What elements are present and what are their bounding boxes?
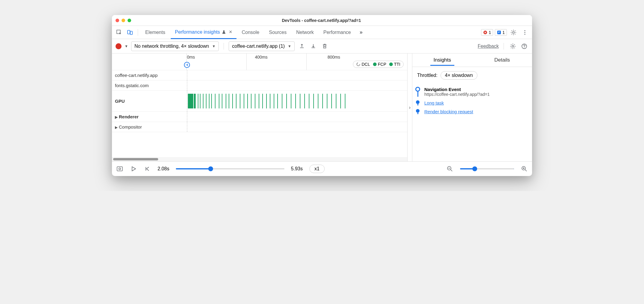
- event-render-blocking[interactable]: Render blocking request: [415, 107, 529, 116]
- track-network-2[interactable]: fonts.gstatic.com: [112, 81, 407, 91]
- badge-count: 1: [489, 30, 491, 35]
- tab-details[interactable]: Details: [472, 53, 532, 67]
- playback-slider[interactable]: [176, 168, 284, 169]
- time-ruler[interactable]: 0ms 400ms 800ms DCL FCP TTI: [112, 53, 407, 70]
- device-toggle-icon[interactable]: [125, 28, 135, 37]
- tab-insights[interactable]: Insights: [412, 53, 472, 67]
- record-menu-icon[interactable]: ▼: [125, 44, 128, 48]
- dot-icon: [389, 62, 393, 66]
- chevron-down-icon: ▼: [288, 44, 291, 48]
- inspect-icon[interactable]: [114, 28, 124, 37]
- import-icon[interactable]: [309, 42, 317, 50]
- panel-collapse-icon[interactable]: ›: [407, 53, 412, 161]
- metric-markers: DCL FCP TTI: [353, 61, 404, 68]
- event-url: https://coffee-cart.netlify.app/?ad=1: [424, 92, 529, 97]
- svg-point-7: [524, 32, 525, 33]
- event-title: Navigation Event: [424, 87, 529, 92]
- metric-fcp[interactable]: FCP: [373, 62, 386, 67]
- event-dot-icon: [416, 100, 420, 104]
- skip-back-icon[interactable]: [144, 165, 151, 172]
- badge-count: 1: [502, 30, 505, 35]
- event-navigation[interactable]: Navigation Event https://coffee-cart.net…: [415, 85, 529, 99]
- maximize-icon[interactable]: [128, 19, 131, 22]
- errors-badge[interactable]: 1: [481, 29, 493, 36]
- select-value: coffee-cart.netlify.app (1): [232, 44, 285, 49]
- record-button[interactable]: [116, 43, 122, 49]
- settings-icon[interactable]: [509, 28, 518, 37]
- tab-label: Sources: [269, 30, 287, 35]
- export-icon[interactable]: [298, 42, 306, 50]
- kebab-menu-icon[interactable]: [520, 28, 530, 37]
- track-compositor[interactable]: ▶Compositor: [112, 122, 407, 132]
- track-renderer[interactable]: ▶Renderer: [112, 112, 407, 122]
- gpu-activity: [187, 91, 407, 111]
- minimize-icon[interactable]: [122, 19, 125, 22]
- recording-select[interactable]: coffee-cart.netlify.app (1) ▼: [229, 41, 294, 51]
- tabbar: Elements Performance insights × Console …: [112, 26, 532, 39]
- metric-tti[interactable]: TTI: [389, 62, 400, 67]
- ruler-tick-label: 800ms: [327, 55, 340, 59]
- event-long-task[interactable]: Long task: [415, 99, 529, 107]
- speed-pill[interactable]: x1: [309, 165, 325, 173]
- scrollbar-thumb[interactable]: [113, 158, 158, 160]
- tab-performance-insights[interactable]: Performance insights ×: [171, 26, 236, 39]
- zoom-out-icon[interactable]: [446, 165, 453, 172]
- throttling-select[interactable]: No network throttling, 4× slowdown ▼: [131, 41, 219, 51]
- svg-point-5: [513, 32, 514, 33]
- chevron-down-icon: ▼: [212, 44, 215, 48]
- track-label: fonts.gstatic.com: [115, 83, 187, 88]
- tab-label: Performance insights: [175, 29, 220, 35]
- tab-label: Console: [242, 30, 260, 35]
- tab-network[interactable]: Network: [292, 26, 318, 39]
- metric-label: DCL: [362, 62, 370, 67]
- delete-icon[interactable]: [320, 42, 329, 50]
- loading-icon: [356, 62, 360, 66]
- traffic-lights: [116, 19, 131, 22]
- close-icon[interactable]: ×: [229, 29, 232, 35]
- svg-rect-1: [128, 30, 130, 34]
- select-value: No network throttling, 4× slowdown: [134, 44, 209, 49]
- feedback-link[interactable]: Feedback: [478, 44, 499, 49]
- window-title: DevTools - coffee-cart.netlify.app/?ad=1: [131, 18, 512, 23]
- playback-footer: 2.08s 5.93s x1: [112, 162, 532, 176]
- settings-icon[interactable]: [509, 42, 517, 50]
- event-circle-icon: [415, 87, 420, 92]
- track-network-1[interactable]: coffee-cart.netlify.app: [112, 70, 407, 81]
- svg-rect-13: [117, 167, 122, 171]
- horizontal-scrollbar[interactable]: [112, 157, 407, 161]
- track-label: coffee-cart.netlify.app: [115, 73, 187, 78]
- help-icon[interactable]: [520, 42, 528, 50]
- track-gpu[interactable]: GPU: [112, 91, 407, 112]
- tab-label: Elements: [145, 30, 165, 35]
- issue-icon: [497, 30, 501, 35]
- event-link[interactable]: Render blocking request: [424, 109, 473, 114]
- tab-label: Details: [494, 57, 510, 63]
- tab-performance[interactable]: Performance: [319, 26, 355, 39]
- tab-console[interactable]: Console: [238, 26, 264, 39]
- svg-point-8: [524, 34, 525, 35]
- playhead-start-icon[interactable]: [184, 62, 190, 68]
- event-link[interactable]: Long task: [424, 100, 444, 105]
- error-icon: [483, 30, 487, 35]
- close-icon[interactable]: [116, 19, 119, 22]
- insights-toolbar: ▼ No network throttling, 4× slowdown ▼ c…: [112, 39, 532, 53]
- zoom-in-icon[interactable]: [521, 165, 528, 172]
- play-icon[interactable]: [130, 165, 137, 172]
- tab-sources[interactable]: Sources: [265, 26, 291, 39]
- tab-elements[interactable]: Elements: [141, 26, 170, 39]
- ruler-tick-label: 400ms: [255, 55, 267, 59]
- svg-point-9: [512, 45, 514, 47]
- issues-badge[interactable]: 1: [495, 29, 507, 36]
- event-dot-icon: [416, 109, 420, 113]
- throttle-pill[interactable]: 4× slowdown: [441, 71, 477, 80]
- metric-dcl[interactable]: DCL: [356, 62, 370, 67]
- slider-thumb[interactable]: [208, 166, 213, 171]
- preview-icon[interactable]: [116, 165, 123, 172]
- slider-thumb[interactable]: [472, 166, 477, 171]
- zoom-slider[interactable]: [460, 168, 514, 169]
- dot-icon: [373, 62, 377, 66]
- svg-point-12: [357, 63, 360, 66]
- throttle-info: Throttled: 4× slowdown: [412, 67, 532, 84]
- more-tabs-icon[interactable]: »: [356, 28, 366, 37]
- tab-separator: [138, 29, 138, 36]
